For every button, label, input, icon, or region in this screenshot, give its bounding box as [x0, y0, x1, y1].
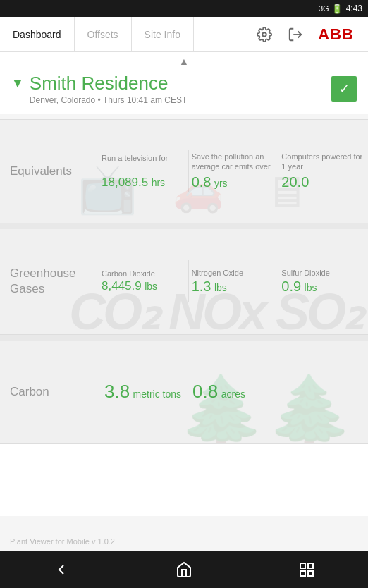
equiv-metric-1: Save the pollution an average car emits … — [189, 146, 278, 197]
gh-name-2: Sulfur Dioxide — [281, 269, 365, 277]
gh-metric-1: Nitrogen Oxide 1.3 lbs — [189, 263, 278, 300]
equiv-desc-1: Save the pollution an average car emits … — [192, 152, 276, 172]
site-name: Smith Residence — [30, 73, 187, 94]
tab-offsets[interactable]: Offsets — [75, 17, 132, 51]
battery-icon: 🔋 — [331, 4, 343, 14]
carbon-metric-1: 0.8 acres — [192, 381, 245, 403]
site-location: Denver, Colorado • Thurs 10:41 am CEST — [30, 95, 187, 105]
gh-value-1: 1.3 lbs — [192, 278, 276, 295]
gh-name-0: Carbon Dioxide — [102, 269, 185, 278]
gh-metric-2: Sulfur Dioxide 0.9 lbs — [278, 263, 368, 300]
carbon-section: 🌲🌲 Carbon 3.8 metric tons 0.8 acres — [0, 335, 368, 444]
gh-value-0: 8,445.9 lbs — [102, 279, 185, 293]
tab-dashboard[interactable]: Dashboard — [0, 17, 75, 51]
greenhouse-label: GreenhouseGases — [0, 266, 99, 297]
equivalents-metrics: Run a television for 18,089.5 hrs Save t… — [99, 146, 368, 197]
back-button[interactable] — [40, 556, 82, 584]
equiv-desc-2: Computers powered for 1 year — [281, 152, 365, 172]
gh-value-2: 0.9 lbs — [281, 278, 365, 295]
equiv-value-0: 18,089.5 hrs — [102, 176, 185, 190]
settings-button[interactable] — [250, 20, 278, 49]
gh-metric-0: Carbon Dioxide 8,445.9 lbs — [99, 264, 188, 299]
equiv-metric-0: Run a television for 18,089.5 hrs — [99, 147, 188, 195]
status-bar: 3G 🔋 4:43 — [0, 0, 368, 17]
carbon-metrics: 3.8 metric tons 0.8 acres — [99, 381, 245, 403]
abb-logo: ABB — [318, 25, 362, 44]
svg-rect-3 — [308, 563, 313, 568]
greenhouse-metrics: Carbon Dioxide 8,445.9 lbs Nitrogen Oxid… — [99, 260, 368, 302]
home-button[interactable] — [163, 556, 205, 584]
equivalents-section: 📺 🚗 🖥 Equivalents Run a television for 1… — [0, 119, 368, 223]
equivalents-label: Equivalents — [0, 164, 99, 178]
expand-arrow[interactable]: ▲ — [0, 52, 368, 68]
gh-name-1: Nitrogen Oxide — [192, 269, 276, 277]
equiv-value-2: 20.0 — [281, 174, 365, 190]
svg-point-0 — [263, 32, 267, 37]
bottom-section — [0, 444, 368, 516]
svg-rect-2 — [300, 563, 305, 568]
up-arrow-icon: ▲ — [179, 56, 189, 67]
carbon-label: Carbon — [0, 385, 99, 399]
bottom-nav — [0, 551, 368, 588]
svg-rect-5 — [300, 571, 305, 576]
collapse-icon[interactable]: ▼ — [11, 76, 24, 91]
equiv-desc-0: Run a television for — [102, 153, 185, 173]
greenhouse-section: CO₂ NOx SO₂ GreenhouseGases Carbon Dioxi… — [0, 223, 368, 335]
logout-button[interactable] — [281, 20, 309, 49]
version-text: Plant Viewer for Mobile v 1.0.2 — [10, 537, 115, 546]
recent-button[interactable] — [286, 556, 328, 584]
top-nav: Dashboard Offsets Site Info ABB — [0, 17, 368, 52]
tab-site-info[interactable]: Site Info — [132, 17, 194, 51]
time-text: 4:43 — [346, 4, 362, 13]
site-header: ▼ Smith Residence Denver, Colorado • Thu… — [0, 68, 368, 114]
greenhouse-label-text: GreenhouseGases — [10, 267, 76, 295]
nav-icons: ABB — [250, 20, 368, 49]
svg-rect-4 — [308, 571, 313, 576]
equiv-metric-2: Computers powered for 1 year 20.0 — [278, 146, 368, 197]
signal-text: 3G — [319, 4, 329, 13]
equiv-value-1: 0.8 yrs — [192, 174, 276, 190]
carbon-metric-0: 3.8 metric tons — [104, 381, 181, 403]
check-button[interactable]: ✓ — [331, 76, 357, 102]
